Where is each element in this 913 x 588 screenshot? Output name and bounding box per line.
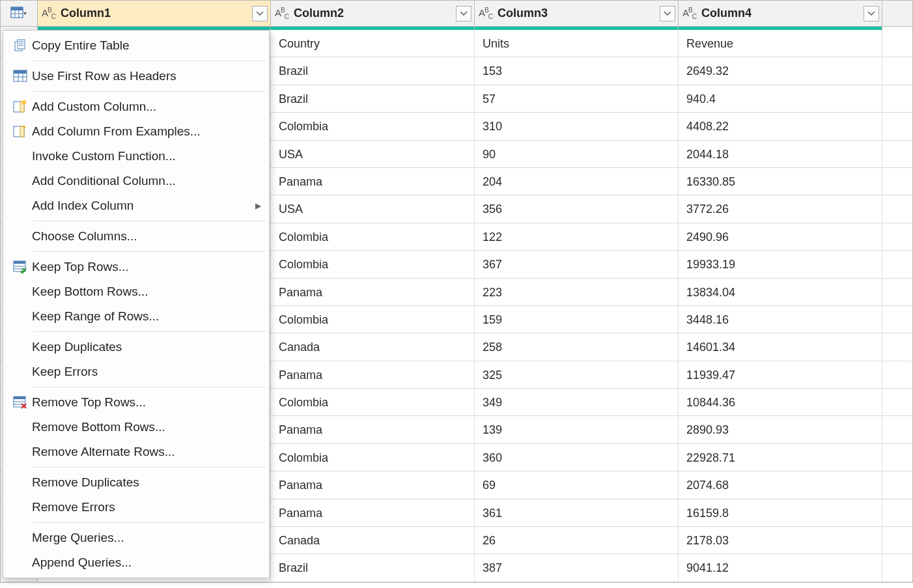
menu-remove-alternate-rows[interactable]: Remove Alternate Rows... bbox=[3, 440, 269, 464]
menu-keep-range-of-rows[interactable]: Keep Range of Rows... bbox=[3, 304, 269, 329]
cell[interactable]: 360 bbox=[475, 444, 679, 471]
cell[interactable]: 22928.71 bbox=[679, 444, 882, 471]
cell[interactable]: 16159.8 bbox=[679, 499, 882, 526]
menu-add-custom-column[interactable]: Add Custom Column... bbox=[3, 94, 269, 119]
cell[interactable]: 139 bbox=[475, 416, 679, 443]
cell[interactable]: 2044.18 bbox=[679, 141, 882, 167]
cell[interactable]: Colombia bbox=[271, 113, 475, 139]
cell[interactable]: 258 bbox=[475, 333, 679, 360]
cell[interactable]: 940.4 bbox=[679, 85, 882, 112]
cell[interactable]: 9041.12 bbox=[679, 554, 882, 581]
column-header-column1[interactable]: ABC Column1 bbox=[38, 1, 271, 26]
menu-separator bbox=[33, 91, 265, 92]
menu-add-conditional-column[interactable]: Add Conditional Column... bbox=[3, 169, 269, 193]
column-header-column3[interactable]: ABC Column3 bbox=[475, 1, 679, 26]
cell[interactable]: 10844.36 bbox=[679, 389, 882, 415]
cell[interactable]: 2649.32 bbox=[679, 57, 882, 84]
cell[interactable]: 204 bbox=[475, 168, 679, 195]
menu-add-index-column[interactable]: Add Index Column ▶ bbox=[3, 193, 269, 218]
cell[interactable]: Brazil bbox=[271, 57, 475, 84]
table-corner-button[interactable] bbox=[1, 1, 38, 26]
menu-merge-queries[interactable]: Merge Queries... bbox=[3, 525, 269, 550]
cell[interactable]: 325 bbox=[475, 361, 679, 388]
cell[interactable]: 349 bbox=[475, 389, 679, 415]
cell[interactable]: 159 bbox=[475, 306, 679, 333]
cell[interactable]: Units bbox=[475, 30, 679, 57]
menu-label: Invoke Custom Function... bbox=[32, 149, 261, 163]
column-name: Column3 bbox=[498, 7, 660, 20]
cell[interactable]: 387 bbox=[475, 554, 679, 581]
cell[interactable]: Canada bbox=[271, 527, 475, 553]
cell[interactable]: Colombia bbox=[271, 306, 475, 333]
menu-append-queries[interactable]: Append Queries... bbox=[3, 550, 269, 575]
column-filter-dropdown[interactable] bbox=[660, 6, 675, 21]
column-filter-dropdown[interactable] bbox=[252, 6, 268, 21]
cell[interactable]: 2178.03 bbox=[679, 527, 882, 553]
cell[interactable]: 2890.93 bbox=[679, 416, 882, 443]
cell[interactable]: 153 bbox=[475, 57, 679, 84]
cell[interactable]: Colombia bbox=[271, 444, 475, 471]
cell[interactable]: 69 bbox=[475, 471, 679, 498]
menu-separator bbox=[33, 331, 265, 332]
column-header-column2[interactable]: ABC Column2 bbox=[271, 1, 475, 26]
cell[interactable]: 90 bbox=[475, 141, 679, 167]
cell[interactable]: 16330.85 bbox=[679, 168, 882, 195]
cell[interactable]: 223 bbox=[475, 279, 679, 305]
menu-label: Keep Range of Rows... bbox=[32, 309, 261, 324]
cell[interactable]: 2490.96 bbox=[679, 223, 882, 250]
cell[interactable]: Colombia bbox=[271, 251, 475, 277]
svg-rect-25 bbox=[14, 397, 25, 399]
cell[interactable]: 3448.16 bbox=[679, 306, 882, 333]
menu-remove-bottom-rows[interactable]: Remove Bottom Rows... bbox=[3, 415, 269, 440]
menu-keep-duplicates[interactable]: Keep Duplicates bbox=[3, 335, 269, 359]
cell[interactable]: Panama bbox=[271, 168, 475, 195]
cell[interactable]: 2074.68 bbox=[679, 471, 882, 498]
cell[interactable]: Panama bbox=[271, 279, 475, 305]
cell[interactable]: 3772.26 bbox=[679, 195, 882, 222]
cell[interactable]: 4408.22 bbox=[679, 113, 882, 139]
menu-copy-entire-table[interactable]: Copy Entire Table bbox=[3, 33, 269, 58]
menu-keep-top-rows[interactable]: Keep Top Rows... bbox=[3, 255, 269, 279]
menu-invoke-custom-function[interactable]: Invoke Custom Function... bbox=[3, 144, 269, 169]
cell[interactable]: 367 bbox=[475, 251, 679, 277]
menu-keep-bottom-rows[interactable]: Keep Bottom Rows... bbox=[3, 279, 269, 304]
cell[interactable]: 122 bbox=[475, 223, 679, 250]
cell[interactable]: 11939.47 bbox=[679, 361, 882, 388]
cell[interactable]: 361 bbox=[475, 499, 679, 526]
cell[interactable]: USA bbox=[271, 195, 475, 222]
cell[interactable]: 26 bbox=[475, 527, 679, 553]
menu-remove-duplicates[interactable]: Remove Duplicates bbox=[3, 470, 269, 495]
cell[interactable]: Brazil bbox=[271, 554, 475, 581]
cell[interactable]: Brazil bbox=[271, 85, 475, 112]
cell[interactable]: Colombia bbox=[271, 389, 475, 415]
menu-label: Keep Top Rows... bbox=[32, 260, 261, 274]
menu-label: Add Custom Column... bbox=[32, 100, 261, 114]
cell[interactable]: Panama bbox=[271, 471, 475, 498]
menu-keep-errors[interactable]: Keep Errors bbox=[3, 359, 269, 384]
menu-use-first-row-as-headers[interactable]: Use First Row as Headers bbox=[3, 64, 269, 89]
cell[interactable]: 310 bbox=[475, 113, 679, 139]
cell[interactable]: USA bbox=[271, 141, 475, 167]
abc-type-icon: ABC bbox=[275, 7, 288, 20]
column-filter-dropdown[interactable] bbox=[456, 6, 471, 21]
cell[interactable]: 356 bbox=[475, 195, 679, 222]
cell[interactable]: Revenue bbox=[679, 30, 882, 57]
column-header-column4[interactable]: ABC Column4 bbox=[679, 1, 882, 26]
menu-remove-errors[interactable]: Remove Errors bbox=[3, 495, 269, 520]
cell[interactable]: 14601.34 bbox=[679, 333, 882, 360]
cell[interactable]: Canada bbox=[271, 333, 475, 360]
cell[interactable]: 19933.19 bbox=[679, 251, 882, 277]
column-filter-dropdown[interactable] bbox=[864, 6, 879, 21]
cell[interactable]: Panama bbox=[271, 361, 475, 388]
cell[interactable]: Panama bbox=[271, 499, 475, 526]
submenu-arrow-icon: ▶ bbox=[255, 201, 261, 210]
cell[interactable]: Colombia bbox=[271, 223, 475, 250]
menu-remove-top-rows[interactable]: Remove Top Rows... bbox=[3, 390, 269, 415]
menu-add-column-from-examples[interactable]: Add Column From Examples... bbox=[3, 119, 269, 144]
cell[interactable]: Country bbox=[271, 30, 475, 57]
add-column-icon bbox=[8, 100, 32, 113]
cell[interactable]: Panama bbox=[271, 416, 475, 443]
cell[interactable]: 57 bbox=[475, 85, 679, 112]
menu-choose-columns[interactable]: Choose Columns... bbox=[3, 224, 269, 249]
cell[interactable]: 13834.04 bbox=[679, 279, 882, 305]
